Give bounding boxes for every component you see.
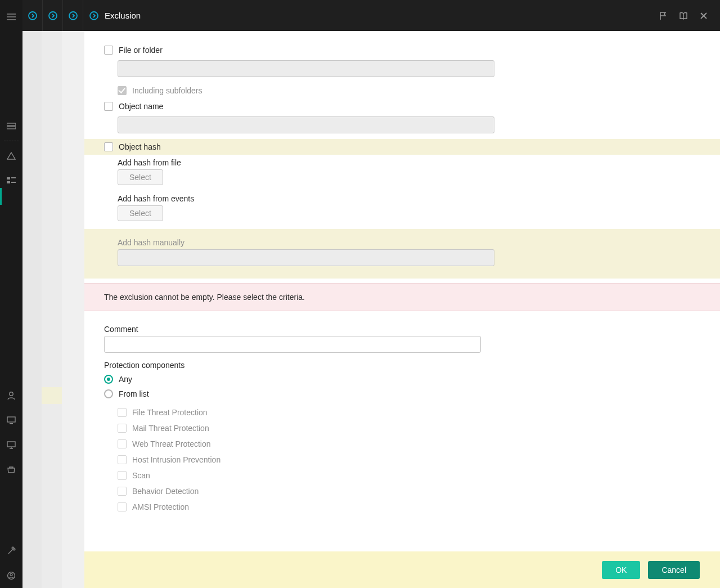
breadcrumb-step-3[interactable] <box>63 0 83 31</box>
object-name-label: Object name <box>119 102 163 111</box>
component-label: Behavior Detection <box>132 487 199 496</box>
svg-point-15 <box>90 12 98 20</box>
component-checkbox <box>118 471 127 480</box>
dialog-footer: OK Cancel <box>84 551 720 588</box>
radio-any[interactable] <box>104 375 113 384</box>
component-label: File Threat Protection <box>132 408 208 417</box>
app-rail <box>0 0 22 588</box>
ok-button[interactable]: OK <box>602 561 640 579</box>
svg-rect-7 <box>7 417 15 422</box>
component-checkbox <box>118 439 127 448</box>
hash-manual-input[interactable] <box>118 249 494 266</box>
svg-rect-3 <box>7 181 10 183</box>
svg-rect-9 <box>7 442 15 447</box>
protection-components-heading: Protection components <box>104 361 700 370</box>
bg-panel-1 <box>22 31 42 588</box>
radio-any-label: Any <box>119 375 132 384</box>
svg-point-11 <box>10 573 12 576</box>
component-row: AMSI Protection <box>118 499 700 515</box>
component-checkbox <box>118 487 127 496</box>
file-or-folder-label: File or folder <box>119 46 163 55</box>
comment-input[interactable] <box>104 336 481 353</box>
svg-rect-8 <box>10 423 13 424</box>
comment-label: Comment <box>104 325 700 334</box>
settings-icon[interactable] <box>4 544 18 558</box>
bg-panel-2 <box>42 31 62 588</box>
radio-fromlist-row: From list <box>104 387 700 401</box>
rail-active-indicator <box>0 188 2 205</box>
component-row: Mail Threat Protection <box>118 420 700 436</box>
book-icon[interactable] <box>678 11 688 21</box>
svg-rect-0 <box>7 123 16 125</box>
radio-any-row: Any <box>104 372 700 387</box>
hash-from-file-select-button[interactable]: Select <box>118 169 163 185</box>
error-message: The exclusion cannot be empty. Please se… <box>104 293 305 302</box>
component-checkbox <box>118 424 127 433</box>
threats-icon[interactable] <box>4 149 18 163</box>
account-icon[interactable] <box>4 569 18 582</box>
breadcrumb-step-1[interactable] <box>22 0 43 31</box>
component-label: Scan <box>132 471 150 480</box>
breadcrumb-step-2[interactable] <box>43 0 63 31</box>
svg-rect-4 <box>11 177 16 178</box>
component-row: Behavior Detection <box>118 483 700 499</box>
svg-rect-5 <box>11 182 16 183</box>
svg-rect-2 <box>7 177 10 179</box>
rail-separator <box>4 141 19 141</box>
object-name-checkbox[interactable] <box>104 102 113 111</box>
exclusion-icon <box>89 11 99 21</box>
hash-from-events-label: Add hash from events <box>118 194 700 203</box>
object-hash-checkbox[interactable] <box>104 142 113 151</box>
close-icon[interactable] <box>699 11 709 21</box>
object-hash-label: Object hash <box>119 142 161 151</box>
component-row: Web Threat Protection <box>118 436 700 452</box>
cancel-button[interactable]: Cancel <box>648 561 700 579</box>
svg-point-14 <box>69 12 77 20</box>
including-subfolders-label: Including subfolders <box>132 86 202 95</box>
component-row: File Threat Protection <box>118 405 700 420</box>
devices-icon[interactable] <box>4 414 18 427</box>
desktop-icon[interactable] <box>4 438 18 452</box>
svg-point-13 <box>49 12 57 20</box>
flag-icon[interactable] <box>658 11 668 21</box>
file-or-folder-input[interactable] <box>118 60 494 77</box>
object-name-input[interactable] <box>118 116 494 133</box>
component-checkbox <box>118 502 127 511</box>
bg-panel-highlight <box>42 387 62 404</box>
dialog-title: Exclusion <box>105 11 141 20</box>
svg-rect-1 <box>7 127 16 129</box>
policies-icon[interactable] <box>4 174 18 187</box>
hash-manual-label: Add hash manually <box>118 238 700 247</box>
including-subfolders-row: Including subfolders <box>104 83 700 98</box>
error-banner: The exclusion cannot be empty. Please se… <box>84 283 720 311</box>
including-subfolders-checkbox <box>118 86 127 95</box>
component-label: AMSI Protection <box>132 502 189 511</box>
component-checkbox <box>118 408 127 417</box>
component-label: Host Intrusion Prevention <box>132 455 220 464</box>
svg-point-6 <box>10 392 13 396</box>
users-icon[interactable] <box>4 389 18 402</box>
dialog-header: Exclusion <box>22 0 720 31</box>
hash-from-file-label: Add hash from file <box>118 158 700 167</box>
radio-from-list-label: From list <box>119 389 149 398</box>
component-checkbox <box>118 455 127 464</box>
radio-from-list[interactable] <box>104 389 113 398</box>
store-icon[interactable] <box>4 463 18 477</box>
protection-components-list: File Threat Protection Mail Threat Prote… <box>104 401 700 515</box>
object-name-row: Object name <box>104 98 700 114</box>
component-label: Mail Threat Protection <box>132 424 209 433</box>
component-label: Web Threat Protection <box>132 439 211 448</box>
hash-from-events-select-button[interactable]: Select <box>118 205 163 221</box>
bg-panel-3 <box>62 31 84 588</box>
component-row: Host Intrusion Prevention <box>118 452 700 468</box>
menu-icon[interactable] <box>4 10 18 24</box>
object-hash-row: Object hash <box>84 139 720 155</box>
svg-point-12 <box>29 12 37 20</box>
component-row: Scan <box>118 468 700 483</box>
dashboard-icon[interactable] <box>4 119 18 133</box>
file-or-folder-row: File or folder <box>104 42 700 58</box>
file-or-folder-checkbox[interactable] <box>104 46 113 55</box>
dialog-content: File or folder Including subfolders Obje… <box>84 31 720 588</box>
